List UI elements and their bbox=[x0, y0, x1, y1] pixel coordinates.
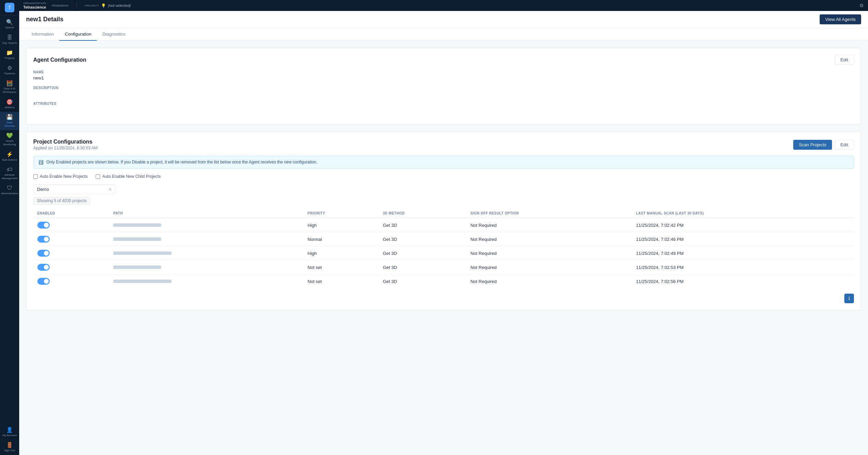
last-scan-cell-2: 11/25/2024, 7:02:49 PM bbox=[632, 246, 854, 260]
showing-label: Showing 5 of 4030 projects bbox=[33, 197, 91, 205]
description-value bbox=[33, 91, 854, 96]
projects-table: ENABLED PATH PRIORITY 3D METHOD SIGN OFF… bbox=[33, 209, 854, 288]
data-ai-icon: 🧮 bbox=[6, 81, 13, 86]
priority-cell-2: High bbox=[304, 246, 379, 260]
checkboxes-row: Auto Enable New Projects Auto Enable New… bbox=[33, 174, 854, 179]
toggle-cell-1 bbox=[33, 232, 109, 246]
table-row: Not setGet 3DNot Required11/25/2024, 7:0… bbox=[33, 260, 854, 274]
toggle-cell-2 bbox=[33, 246, 109, 260]
last-scan-cell-3: 11/25/2024, 7:02:53 PM bbox=[632, 260, 854, 274]
toggle-cell-3 bbox=[33, 260, 109, 274]
tab-configuration[interactable]: Configuration bbox=[59, 28, 97, 41]
project-config-title-group: Project Configurations Applied on 11/26/… bbox=[33, 139, 97, 150]
table-row: NormalGet 3DNot Required11/25/2024, 7:02… bbox=[33, 232, 854, 246]
col-enabled: ENABLED bbox=[33, 209, 109, 218]
toggle-slider-2 bbox=[37, 250, 50, 257]
agent-config-header: Agent Configuration Edit bbox=[33, 55, 854, 65]
method-3d-cell-3: Get 3D bbox=[379, 260, 466, 274]
last-scan-cell-0: 11/25/2024, 7:02:42 PM bbox=[632, 218, 854, 232]
topbar: ORGANIZATION Tetrascience Intrascience P… bbox=[19, 0, 868, 11]
path-cell-1 bbox=[109, 232, 303, 246]
sidebar-item-data-sources[interactable]: 💾 Data Sources bbox=[0, 112, 19, 130]
path-placeholder-1 bbox=[113, 237, 161, 241]
sign-out-icon: 🚪 bbox=[6, 442, 13, 448]
col-path: PATH bbox=[109, 209, 303, 218]
enabled-toggle-0[interactable] bbox=[37, 222, 50, 229]
sidebar-item-administration[interactable]: 🛡 Administration bbox=[0, 183, 19, 198]
name-label: NAME bbox=[33, 70, 854, 74]
toggle-slider-1 bbox=[37, 236, 50, 243]
table-row: HighGet 3DNot Required11/25/2024, 7:02:4… bbox=[33, 246, 854, 260]
priority-cell-0: High bbox=[304, 218, 379, 232]
sidebar-item-pipelines[interactable]: ⚙ Pipelines bbox=[0, 63, 19, 78]
table-row: Not setGet 3DNot Required11/25/2024, 7:0… bbox=[33, 274, 854, 288]
method-3d-cell-4: Get 3D bbox=[379, 274, 466, 288]
sidebar-item-projects[interactable]: 📁 Projects bbox=[0, 47, 19, 63]
logo-icon: T bbox=[5, 3, 14, 12]
col-priority: PRIORITY bbox=[304, 209, 379, 218]
attribute-icon: 🏷 bbox=[7, 167, 12, 172]
settings-icon[interactable]: ⚙ bbox=[859, 3, 864, 8]
last-scan-cell-4: 11/25/2024, 7:02:56 PM bbox=[632, 274, 854, 288]
sidebar-item-data-ai[interactable]: 🧮 Data & AI Workspace bbox=[0, 78, 19, 96]
priority-cell-1: Normal bbox=[304, 232, 379, 246]
auto-enable-child-checkbox[interactable]: Auto Enable New Child Projects bbox=[96, 174, 160, 179]
tab-information[interactable]: Information bbox=[26, 28, 59, 41]
pagination: 1 bbox=[33, 294, 854, 303]
auto-enable-child-input[interactable] bbox=[96, 174, 100, 179]
enabled-toggle-1[interactable] bbox=[37, 236, 50, 243]
last-scan-cell-1: 11/25/2024, 7:02:46 PM bbox=[632, 232, 854, 246]
name-value: new1 bbox=[33, 75, 854, 81]
topbar-right: ⚙ bbox=[859, 2, 864, 9]
tab-diagnostics[interactable]: Diagnostics bbox=[97, 28, 131, 41]
main-wrapper: ORGANIZATION Tetrascience Intrascience P… bbox=[19, 0, 868, 455]
project-config-edit-button[interactable]: Edit bbox=[835, 140, 854, 150]
table-body: HighGet 3DNot Required11/25/2024, 7:02:4… bbox=[33, 218, 854, 288]
project-search-box[interactable]: ✕ bbox=[33, 184, 116, 194]
scan-projects-button[interactable]: Scan Projects bbox=[793, 140, 832, 150]
auto-enable-new-input[interactable] bbox=[33, 174, 38, 179]
path-cell-2 bbox=[109, 246, 303, 260]
sidebar-item-sql-search[interactable]: 🗄 SQL Search bbox=[0, 32, 19, 48]
toggle-cell-4 bbox=[33, 274, 109, 288]
info-banner: ℹ️ Only Enabled projects are shown below… bbox=[33, 156, 854, 169]
view-all-agents-button[interactable]: View All Agents bbox=[820, 14, 861, 24]
priority-cell-4: Not set bbox=[304, 274, 379, 288]
description-field: DESCRIPTION bbox=[33, 86, 854, 96]
path-placeholder-4 bbox=[113, 280, 171, 283]
project-config-card: Project Configurations Applied on 11/26/… bbox=[26, 132, 861, 310]
enabled-toggle-2[interactable] bbox=[37, 250, 50, 257]
col-sign-off: SIGN OFF RESULT OPTION bbox=[466, 209, 632, 218]
col-last-scan: LAST MANUAL SCAN (LAST 30 DAYS) bbox=[632, 209, 854, 218]
search-clear-icon[interactable]: ✕ bbox=[108, 187, 112, 192]
method-3d-cell-1: Get 3D bbox=[379, 232, 466, 246]
sidebar-item-my-account[interactable]: 👤 My Account bbox=[0, 425, 19, 440]
info-icon: ℹ️ bbox=[38, 160, 44, 165]
sign-off-cell-3: Not Required bbox=[466, 260, 632, 274]
sidebar-logo: T bbox=[0, 0, 19, 15]
project-search-input[interactable] bbox=[37, 187, 106, 192]
page-button-1[interactable]: 1 bbox=[844, 294, 854, 303]
enabled-toggle-3[interactable] bbox=[37, 264, 50, 271]
agent-config-edit-button[interactable]: Edit bbox=[835, 55, 854, 65]
sidebar-item-health[interactable]: 💚 Health Monitoring bbox=[0, 130, 19, 149]
attributes-label: ATTRIBUTES bbox=[33, 102, 854, 106]
priority-cell-3: Not set bbox=[304, 260, 379, 274]
auto-enable-new-checkbox[interactable]: Auto Enable New Projects bbox=[33, 174, 87, 179]
agent-config-card: Agent Configuration Edit NAME new1 DESCR… bbox=[26, 48, 861, 125]
my-account-icon: 👤 bbox=[6, 427, 13, 433]
sidebar: T 🔍 Search 🗄 SQL Search 📁 Projects ⚙ Pip… bbox=[0, 0, 19, 455]
toggle-cell-0 bbox=[33, 218, 109, 232]
sign-off-cell-4: Not Required bbox=[466, 274, 632, 288]
enabled-toggle-4[interactable] bbox=[37, 278, 50, 285]
toggle-slider-4 bbox=[37, 278, 50, 285]
topbar-org-sub: Intrascience bbox=[51, 4, 68, 7]
sidebar-item-search[interactable]: 🔍 Search bbox=[0, 17, 19, 32]
sidebar-item-sign-out[interactable]: 🚪 Sign Out bbox=[0, 440, 19, 455]
health-icon: 💚 bbox=[6, 133, 13, 138]
pipelines-icon: ⚙ bbox=[7, 65, 12, 71]
artifacts-icon: 🎯 bbox=[6, 99, 13, 105]
sidebar-item-artifacts[interactable]: 🎯 Artifacts bbox=[0, 97, 19, 112]
sidebar-item-attribute[interactable]: 🏷 Attribute Management bbox=[0, 164, 19, 183]
sidebar-item-bulk-actions[interactable]: ⚡ Bulk Actions bbox=[0, 149, 19, 164]
